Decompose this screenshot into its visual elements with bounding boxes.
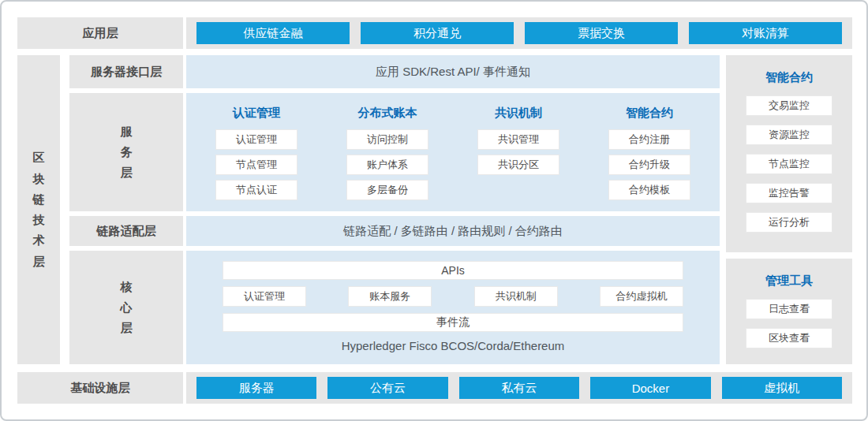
service-column-ledger: 分布式账本 访问控制 账户体系 多层备份 <box>322 99 453 205</box>
core-module: 账本服务 <box>348 286 432 307</box>
layer-content-column: 应用 SDK/Rest API/ 事件通知 认证管理 认证管理 节点管理 节点认… <box>186 55 720 364</box>
service-layer-label: 服务层 <box>69 93 183 211</box>
blockchain-tech-layer-section: 区块链技术层 服务器接口层 服务层 链路适配层 核心层 应用 SDK/Rest … <box>17 55 852 364</box>
application-layer-label: 应用层 <box>17 17 183 49</box>
infra-item-public-cloud: 公有云 <box>327 377 447 399</box>
service-column-header: 智能合约 <box>626 106 673 121</box>
service-column-header: 共识机制 <box>495 106 542 121</box>
app-item-supply-chain-finance: 供应链金融 <box>196 22 350 44</box>
core-module: 认证管理 <box>223 286 306 307</box>
service-item: 节点管理 <box>215 155 297 175</box>
service-item: 合约模板 <box>608 180 690 200</box>
infra-item-private-cloud: 私有云 <box>459 377 579 399</box>
architecture-diagram: 应用层 供应链金融 积分通兑 票据交换 对账清算 区块链技术层 服务器接口层 服… <box>0 0 868 421</box>
blockchain-tech-layer-bar: 区块链技术层 <box>17 55 60 364</box>
infrastructure-buttons-band: 服务器 公有云 私有云 Docker 虚拟机 <box>186 372 852 404</box>
infra-item-server: 服务器 <box>196 377 316 399</box>
service-item: 节点认证 <box>215 180 297 200</box>
service-item: 共识分区 <box>477 155 559 175</box>
service-column-consensus: 共识机制 共识管理 共识分区 <box>453 99 584 205</box>
core-layer-area: APIs 认证管理 账本服务 共识机制 合约虚拟机 事件流 Hyperledge… <box>186 251 720 364</box>
tools-panel-header: 管理工具 <box>765 274 813 289</box>
service-item: 多层备份 <box>346 180 428 200</box>
apis-box: APIs <box>223 261 683 280</box>
service-item: 共识管理 <box>477 129 559 150</box>
monitor-panel-header: 智能合约 <box>765 70 813 85</box>
monitor-item: 资源监控 <box>746 125 832 145</box>
monitor-item: 节点监控 <box>746 154 832 174</box>
core-module: 合约虚拟机 <box>600 286 683 307</box>
layer-labels-column: 服务器接口层 服务层 链路适配层 核心层 <box>69 55 183 364</box>
application-layer-row: 应用层 供应链金融 积分通兑 票据交换 对账清算 <box>17 17 852 49</box>
interface-layer-label: 服务器接口层 <box>69 55 183 88</box>
service-item: 合约注册 <box>608 129 690 150</box>
infra-item-vm: 虚拟机 <box>722 377 842 399</box>
core-module: 共识机制 <box>474 286 558 307</box>
infrastructure-layer-label: 基础设施层 <box>17 372 183 404</box>
service-item: 访问控制 <box>346 129 428 150</box>
management-tools-panel: 管理工具 日志查看 区块查看 <box>726 259 852 364</box>
service-column-auth: 认证管理 认证管理 节点管理 节点认证 <box>191 99 322 205</box>
service-layer-area: 认证管理 认证管理 节点管理 节点认证 分布式账本 访问控制 账户体系 多层备份… <box>186 93 720 211</box>
service-column-header: 分布式账本 <box>358 106 417 121</box>
core-modules-row: 认证管理 账本服务 共识机制 合约虚拟机 <box>223 286 683 307</box>
app-item-points-exchange: 积分通兑 <box>361 22 514 44</box>
monitor-item: 运行分析 <box>746 212 832 233</box>
link-adapter-band: 链路适配 / 多链路由 / 路由规则 / 合约路由 <box>186 216 720 246</box>
infra-item-docker: Docker <box>590 377 710 399</box>
platforms-text: Hyperledger Fisco BCOS/Corda/Ethereum <box>342 339 565 352</box>
sdk-api-band: 应用 SDK/Rest API/ 事件通知 <box>186 55 720 88</box>
smart-contract-monitor-panel: 智能合约 交易监控 资源监控 节点监控 监控告警 运行分析 <box>726 55 852 252</box>
monitor-item: 监控告警 <box>746 183 832 203</box>
service-item: 合约升级 <box>608 155 690 175</box>
tool-item: 区块查看 <box>746 328 832 348</box>
blockchain-tech-layer-label: 区块链技术层 <box>32 147 46 272</box>
link-adapter-layer-label: 链路适配层 <box>69 216 183 246</box>
app-item-bill-exchange: 票据交换 <box>525 22 678 44</box>
service-item: 账户体系 <box>346 155 428 175</box>
monitor-item: 交易监控 <box>746 95 832 116</box>
service-column-header: 认证管理 <box>233 106 280 121</box>
app-item-reconciliation-clearing: 对账清算 <box>689 22 842 44</box>
right-panels-column: 智能合约 交易监控 资源监控 节点监控 监控告警 运行分析 管理工具 日志查看 … <box>726 55 852 364</box>
tool-item: 日志查看 <box>746 299 832 319</box>
service-item: 认证管理 <box>215 129 297 150</box>
core-layer-label: 核心层 <box>69 251 183 364</box>
service-column-smart-contract: 智能合约 合约注册 合约升级 合约模板 <box>584 99 715 205</box>
application-buttons-band: 供应链金融 积分通兑 票据交换 对账清算 <box>186 17 852 49</box>
event-stream-box: 事件流 <box>223 313 683 332</box>
infrastructure-layer-row: 基础设施层 服务器 公有云 私有云 Docker 虚拟机 <box>17 372 852 404</box>
